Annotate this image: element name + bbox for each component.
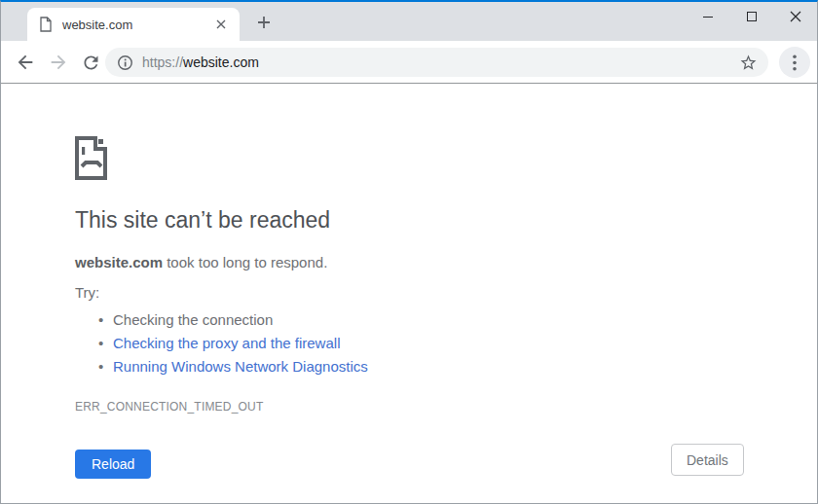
url-host: website.com <box>183 54 259 70</box>
plus-icon <box>257 16 271 29</box>
minimize-button[interactable] <box>686 2 729 31</box>
suggestion-check-connection: Checking the connection <box>113 308 620 332</box>
page-favicon-icon <box>39 17 53 32</box>
details-button[interactable]: Details <box>671 444 744 476</box>
error-heading: This site can’t be reached <box>75 207 620 234</box>
error-message: website.com took too long to respond. <box>75 254 620 270</box>
error-content: This site can’t be reached website.com t… <box>75 135 620 414</box>
address-bar[interactable]: https://website.com <box>105 48 768 77</box>
tab-title: website.com <box>62 18 212 32</box>
info-icon[interactable] <box>117 54 133 71</box>
arrow-left-icon <box>15 52 36 73</box>
forward-button[interactable] <box>47 51 70 74</box>
url-scheme: https:// <box>142 54 183 70</box>
reload-page-button[interactable]: Reload <box>75 450 151 479</box>
error-message-rest: took too long to respond. <box>163 254 327 270</box>
sad-page-icon <box>75 135 620 180</box>
back-button[interactable] <box>14 51 37 74</box>
navigation-bar: https://website.com <box>1 41 817 84</box>
window-controls <box>686 2 817 31</box>
suggestion-run-diagnostics-link[interactable]: Running Windows Network Diagnostics <box>113 355 620 378</box>
three-dots-icon <box>793 54 797 71</box>
error-message-host: website.com <box>75 254 163 270</box>
refresh-icon <box>81 53 101 73</box>
browser-window: website.com <box>0 0 818 504</box>
maximize-icon <box>746 11 758 22</box>
suggestion-check-proxy-link[interactable]: Checking the proxy and the firewall <box>113 332 620 355</box>
close-icon <box>790 11 801 22</box>
maximize-button[interactable] <box>729 2 773 31</box>
tab-close-icon[interactable] <box>212 16 230 33</box>
new-tab-button[interactable] <box>250 9 278 36</box>
error-page: This site can’t be reached website.com t… <box>1 84 817 503</box>
try-label: Try: <box>75 284 620 301</box>
minimize-icon <box>702 11 714 22</box>
browser-menu-button[interactable] <box>779 47 810 78</box>
browser-tab[interactable]: website.com <box>27 8 240 41</box>
reload-button[interactable] <box>79 51 102 74</box>
error-code: ERR_CONNECTION_TIMED_OUT <box>75 400 620 414</box>
tab-strip: website.com <box>1 2 817 41</box>
arrow-right-icon <box>48 52 69 73</box>
bookmark-star-icon[interactable] <box>737 52 759 73</box>
url-text: https://website.com <box>142 54 259 70</box>
suggestion-list: Checking the connection Checking the pro… <box>75 308 620 378</box>
window-close-button[interactable] <box>773 2 817 31</box>
